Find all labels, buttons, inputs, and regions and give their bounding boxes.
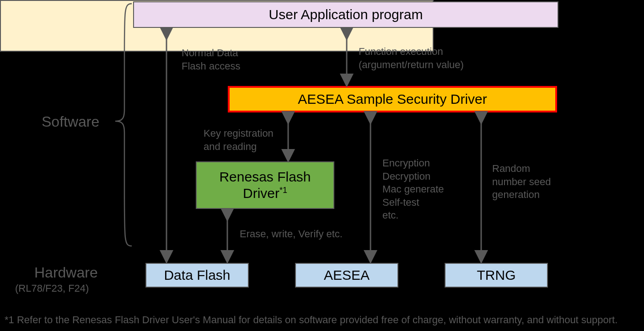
aesea-hw-box: AESEA [295,263,398,288]
hardware-section-label: Hardware [34,264,98,281]
renesas-flash-line1: Renesas Flash [219,169,311,184]
aesea-driver-box: AESEA Sample Security Driver [228,86,557,112]
footnote-text: *1 Refer to the Renesas Flash Driver Use… [5,314,617,326]
function-exec-label: Function execution (argument/return valu… [359,45,464,71]
renesas-flash-driver-box: Renesas Flash Driver*1 [196,161,334,209]
renesas-flash-sup: *1 [279,186,287,195]
renesas-flash-line2: Driver [243,186,279,201]
software-section-label: Software [42,113,99,130]
key-registration-label: Key registration and reading [204,127,274,153]
trng-box: TRNG [445,263,548,288]
encryption-label: Encryption Decryption Mac generate Self-… [382,157,444,222]
normal-data-label: Normal Data Flash access [182,47,240,73]
hardware-sub-label: (RL78/F23, F24) [15,283,89,294]
user-application-box: User Application program [133,1,558,28]
erase-write-label: Erase, write, Verify etc. [240,228,343,241]
random-number-label: Random number seed generation [492,162,551,202]
data-flash-box: Data Flash [145,263,249,288]
